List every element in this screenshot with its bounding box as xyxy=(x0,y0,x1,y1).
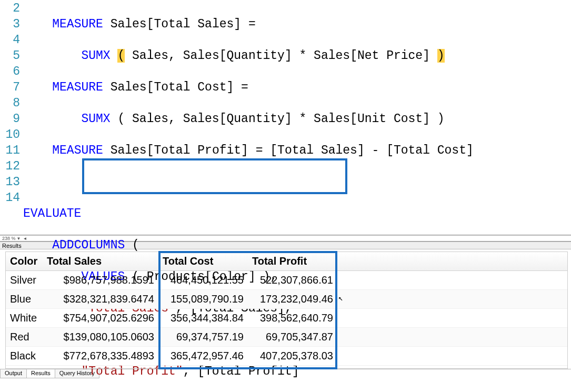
col-header-empty xyxy=(337,252,567,271)
keyword-evaluate: EVALUATE xyxy=(23,207,81,220)
line-number: 9 xyxy=(0,111,23,127)
col-header-color[interactable]: Color xyxy=(6,252,43,271)
keyword-measure: MEASURE xyxy=(52,17,103,31)
cell-profit[interactable]: 522,307,866.61 xyxy=(248,271,337,290)
table-row[interactable]: Red $139,080,105.0603 69,374,757.19 69,7… xyxy=(6,328,567,347)
cell-sales[interactable]: $986,757,988.1591 xyxy=(43,271,158,290)
col-header-total-cost[interactable]: Total Cost xyxy=(158,252,248,271)
line-number: 8 xyxy=(0,95,23,111)
cell-profit[interactable]: 407,205,378.03 xyxy=(248,347,337,366)
code-line[interactable]: MEASURE Sales[Total Cost] = xyxy=(23,79,571,95)
chevron-down-icon[interactable]: ▼ xyxy=(17,236,21,241)
cell-cost[interactable]: 365,472,957.46 xyxy=(158,347,248,366)
line-number: 10 xyxy=(0,127,23,143)
keyword-measure: MEASURE xyxy=(52,81,103,94)
line-number: 6 xyxy=(0,64,23,79)
cell-profit[interactable]: 173,232,049.46 xyxy=(248,290,337,309)
line-number: 2 xyxy=(0,1,23,16)
line-number: 11 xyxy=(0,143,23,158)
keyword-measure: MEASURE xyxy=(52,144,103,157)
cell-profit[interactable]: 398,562,640.79 xyxy=(248,309,337,328)
results-grid-wrap: Color Total Sales Total Cost Total Profi… xyxy=(5,252,568,369)
code-line[interactable]: SUMX ( Sales, Sales[Quantity] * Sales[Ne… xyxy=(23,48,571,64)
code-area[interactable]: MEASURE Sales[Total Sales] = SUMX ( Sale… xyxy=(23,0,571,235)
table-row[interactable]: Silver $986,757,988.1591 464,450,121.55 … xyxy=(6,271,567,290)
keyword-sumx: SUMX xyxy=(81,49,110,63)
cell-color[interactable]: Black xyxy=(6,347,43,366)
cell-color[interactable]: Silver xyxy=(6,271,43,290)
cell-cost[interactable]: 155,089,790.19 xyxy=(158,290,248,309)
code-line[interactable]: MEASURE Sales[Total Profit] = [Total Sal… xyxy=(23,143,571,158)
keyword-addcolumns: ADDCOLUMNS xyxy=(52,238,125,252)
line-number: 7 xyxy=(0,79,23,95)
code-line[interactable]: EVALUATE xyxy=(23,206,571,222)
table-row[interactable]: Black $772,678,335.4893 365,472,957.46 4… xyxy=(6,347,567,366)
matching-paren-open: ( xyxy=(117,49,125,63)
code-line[interactable] xyxy=(23,174,571,190)
col-header-total-sales[interactable]: Total Sales xyxy=(43,252,158,271)
code-editor[interactable]: 2 3 4 5 6 7 8 9 10 11 12 13 14 MEASURE S… xyxy=(0,0,571,235)
cell-sales[interactable]: $139,080,105.0603 xyxy=(43,328,158,347)
results-grid[interactable]: Color Total Sales Total Cost Total Profi… xyxy=(6,252,567,366)
cell-sales[interactable]: $754,907,025.6296 xyxy=(43,309,158,328)
table-row[interactable]: White $754,907,025.6296 356,344,384.84 3… xyxy=(6,309,567,328)
zoom-label: 238 % xyxy=(2,236,16,241)
keyword-sumx: SUMX xyxy=(81,112,110,126)
table-row[interactable]: Blue $328,321,839.6474 155,089,790.19 17… xyxy=(6,290,567,309)
line-gutter: 2 3 4 5 6 7 8 9 10 11 12 13 14 xyxy=(0,0,23,235)
code-line[interactable]: SUMX ( Sales, Sales[Quantity] * Sales[Un… xyxy=(23,111,571,127)
line-number: 5 xyxy=(0,48,23,64)
cell-cost[interactable]: 356,344,384.84 xyxy=(158,309,248,328)
col-header-total-profit[interactable]: Total Profit xyxy=(248,252,337,271)
line-number: 13 xyxy=(0,174,23,190)
cell-color[interactable]: Red xyxy=(6,328,43,347)
code-line[interactable]: MEASURE Sales[Total Sales] = xyxy=(23,16,571,32)
line-number: 14 xyxy=(0,190,23,206)
cell-cost[interactable]: 69,374,757.19 xyxy=(158,328,248,347)
line-number: 3 xyxy=(0,16,23,32)
matching-paren-close: ) xyxy=(437,49,445,63)
cell-color[interactable]: White xyxy=(6,309,43,328)
cell-sales[interactable]: $772,678,335.4893 xyxy=(43,347,158,366)
line-number: 12 xyxy=(0,158,23,174)
code-line[interactable]: ADDCOLUMNS ( xyxy=(23,237,571,253)
cell-sales[interactable]: $328,321,839.6474 xyxy=(43,290,158,309)
cell-cost[interactable]: 464,450,121.55 xyxy=(158,271,248,290)
cell-color[interactable]: Blue xyxy=(6,290,43,309)
cell-profit[interactable]: 69,705,347.87 xyxy=(248,328,337,347)
line-number: 4 xyxy=(0,32,23,48)
